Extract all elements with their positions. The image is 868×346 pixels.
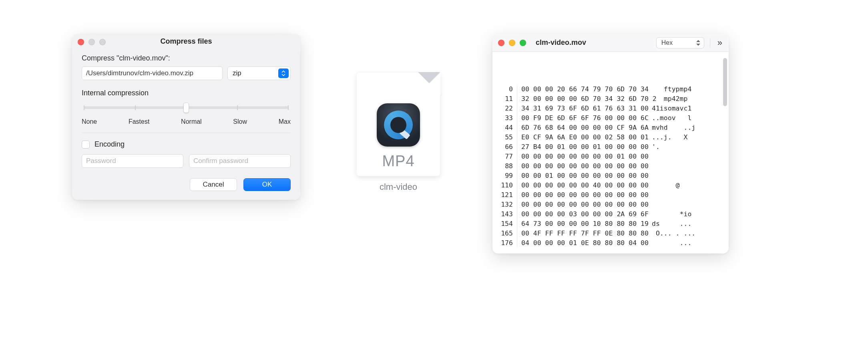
slider-labels: None Fastest Normal Slow Max [82,118,291,125]
hex-ascii: ... [649,238,691,248]
hex-viewer-window: clm-video.mov Hex » 000 00 00 20 66 74 7… [492,34,729,253]
cancel-button[interactable]: Cancel [190,178,237,191]
hex-offset: 121 [492,190,517,200]
hex-offset: 143 [492,209,517,219]
toolbar-overflow-icon[interactable]: » [716,38,723,48]
chevron-updown-icon [278,68,289,78]
hex-row: 16500 4F FF FF FF 7F FF 0E 80 80 80 O...… [492,229,729,238]
page-fold-icon [418,72,440,95]
hex-offset: 77 [492,152,517,161]
hex-row: 446D 76 68 64 00 00 00 00 CF 9A 6Amvhd .… [492,123,729,133]
hex-row: 17604 00 00 00 01 0E 80 80 80 04 00 ... [492,238,729,248]
hex-bytes: 00 00 00 00 03 00 00 00 2A 69 6F [517,209,649,219]
hex-ascii: @ [649,181,680,190]
zoom-icon [99,39,106,45]
hex-offset: 132 [492,200,517,209]
hex-bytes: 00 00 00 20 66 74 79 70 6D 70 34 [517,84,649,94]
hex-row: 7700 00 00 00 00 00 00 00 01 00 00 [492,152,729,161]
hex-offset: 33 [492,113,517,123]
close-icon[interactable] [78,39,84,45]
minimize-icon [88,39,95,45]
hex-row: 13200 00 00 00 00 00 00 00 00 00 00 [492,200,729,209]
view-mode-value: Hex [661,39,673,46]
hex-bytes: 00 00 00 00 00 00 00 00 00 00 00 [517,200,649,209]
slider-label-fastest: Fastest [129,118,149,125]
compress-titlebar: Compress files [72,34,300,46]
hex-ascii: ds ... [649,219,691,229]
slider-label-slow: Slow [233,118,247,125]
hex-bytes: 32 00 00 00 00 6D 70 34 32 6D 70 2 [517,94,649,104]
hex-row: 8800 00 00 00 00 00 00 00 00 00 00 [492,161,729,171]
slider-label-normal: Normal [181,118,202,125]
encoding-checkbox[interactable] [82,141,90,149]
hex-row: 2234 31 69 73 6F 6D 61 76 63 31 0041isom… [492,104,729,113]
output-path-input[interactable]: /Users/dimtrunov/clm-video.mov.zip [82,66,223,80]
target-file-label: Compress "clm-video.mov": [82,54,291,62]
hex-bytes: 64 73 00 00 00 00 10 80 80 80 19 [517,219,649,229]
hex-bytes: 04 00 00 00 01 0E 80 80 80 04 00 [517,238,649,248]
hex-offset: 154 [492,219,517,229]
hex-offset: 88 [492,161,517,171]
encoding-label: Encoding [94,140,125,149]
hex-ascii: mvhd ..j [649,123,695,133]
divider [82,133,291,133]
hex-ascii: '. [649,142,660,152]
hex-bytes: 00 4F FF FF FF 7F FF 0E 80 80 80 [517,229,649,238]
archive-format-select[interactable]: zip [227,66,291,80]
hex-offset: 11 [492,94,517,104]
hex-row: 55E0 CF 9A 6A E0 00 00 02 58 00 01...j. … [492,133,729,142]
internal-compression-label: Internal compression [82,89,291,97]
hex-offset: 22 [492,104,517,113]
hex-offset: 99 [492,171,517,181]
hex-toolbar: clm-video.mov Hex » [492,34,729,52]
hex-ascii: ...j. X [649,133,687,142]
hex-ascii [649,171,652,181]
compression-slider[interactable] [84,103,288,113]
hex-offset: 55 [492,133,517,142]
hex-row: 1132 00 00 00 00 6D 70 34 32 6D 70 2 mp4… [492,94,729,104]
view-mode-select[interactable]: Hex [656,37,704,48]
hex-row: 12100 00 00 00 00 00 00 00 00 00 00 [492,190,729,200]
toolbar-divider [710,38,710,48]
hex-content[interactable]: 000 00 00 20 66 74 79 70 6D 70 34 ftypmp… [492,52,729,253]
ok-button[interactable]: OK [243,178,291,191]
slider-thumb[interactable] [183,103,189,113]
hex-ascii: 41isomavc1 [649,104,691,113]
hex-bytes: 00 00 00 00 00 00 40 00 00 00 00 [517,181,649,190]
hex-offset: 176 [492,238,517,248]
password-input[interactable]: Password [82,154,183,168]
hex-bytes: 00 00 00 00 00 00 00 00 00 00 00 [517,190,649,200]
chevron-updown-icon [694,39,703,47]
hex-offset: 44 [492,123,517,133]
hex-offset: 165 [492,229,517,238]
slider-label-max: Max [279,118,291,125]
scrollbar-thumb[interactable] [723,58,727,106]
hex-ascii [649,152,652,161]
hex-bytes: E0 CF 9A 6A E0 00 00 02 58 00 01 [517,133,649,142]
hex-ascii [649,161,652,171]
zoom-icon[interactable] [520,40,526,46]
hex-bytes: 00 F9 DE 6D 6F 6F 76 00 00 00 6C [517,113,649,123]
file-item[interactable]: MP4 clm-video [352,72,444,192]
archive-format-value: zip [233,69,241,77]
confirm-password-input[interactable]: Confirm password [189,154,291,168]
hex-row: 6627 B4 00 01 00 00 01 00 00 00 00'. [492,142,729,152]
minimize-icon[interactable] [509,40,515,46]
hex-bytes: 6D 76 68 64 00 00 00 00 CF 9A 6A [517,123,649,133]
hex-row: 14300 00 00 00 03 00 00 00 2A 69 6F *io [492,209,729,219]
quicktime-icon [377,103,420,147]
hex-ascii: O... . ... [649,229,695,238]
compress-title: Compress files [72,37,300,46]
compress-dialog: Compress files Compress "clm-video.mov":… [72,34,300,200]
hex-bytes: 27 B4 00 01 00 00 01 00 00 00 00 [517,142,649,152]
hex-row: 9900 00 01 00 00 00 00 00 00 00 00 [492,171,729,181]
hex-offset: 66 [492,142,517,152]
hex-row: 15464 73 00 00 00 00 10 80 80 80 19ds ..… [492,219,729,229]
hex-row: 11000 00 00 00 00 00 40 00 00 00 00 @ [492,181,729,190]
hex-ascii: ftypmp4 [649,84,691,94]
hex-bytes: 00 00 01 00 00 00 00 00 00 00 00 [517,171,649,181]
hex-bytes: 00 00 00 00 00 00 00 00 01 00 00 [517,152,649,161]
hex-ascii [649,190,652,200]
close-icon[interactable] [498,40,504,46]
hex-title: clm-video.mov [536,38,586,47]
